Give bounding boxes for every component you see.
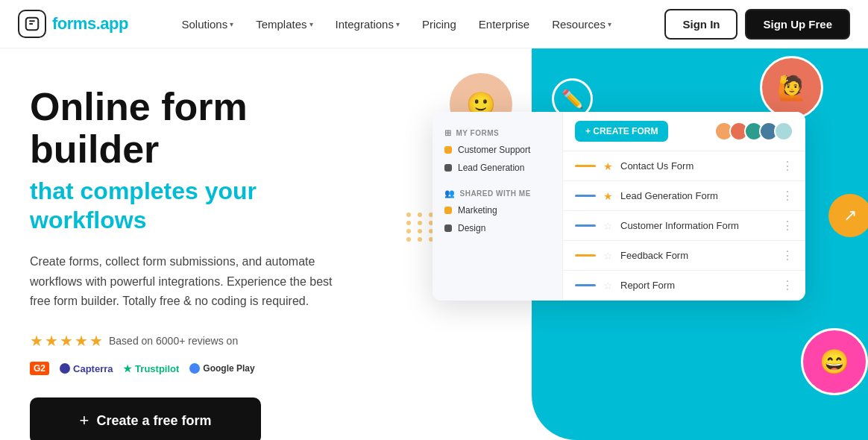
folder-dot xyxy=(444,207,452,214)
form-bar xyxy=(575,284,596,286)
chevron-down-icon: ▾ xyxy=(396,20,400,28)
hero-subheadline: that completes your workflows xyxy=(30,177,358,234)
hero-right: 🙂 🙋 😄 ✏️ ↗ ⊞ MY FORMS C xyxy=(388,48,868,440)
form-list-item-feedback[interactable]: ☆ Feedback Form ⋮ xyxy=(563,241,805,271)
create-form-button[interactable]: + Create a free form xyxy=(30,397,261,440)
star-3: ★ xyxy=(60,332,73,350)
form-panel: ⊞ MY FORMS Customer Support Lead Generat… xyxy=(433,112,805,301)
review-capterra: Capterra xyxy=(60,363,113,374)
signup-button[interactable]: Sign Up Free xyxy=(745,9,850,40)
star-1: ★ xyxy=(30,332,43,350)
star-5: ★ xyxy=(89,332,103,350)
hero-section: Online form builder that completes your … xyxy=(0,48,868,440)
form-list-item-report[interactable]: ☆ Report Form ⋮ xyxy=(563,271,805,301)
nav-integrations[interactable]: Integrations ▾ xyxy=(327,12,409,37)
shared-with-me-label: 👥 SHARED WITH ME xyxy=(433,184,562,201)
nav-enterprise[interactable]: Enterprise xyxy=(470,12,538,37)
chevron-down-icon: ▾ xyxy=(230,20,233,28)
navbar-actions: Sign In Sign Up Free xyxy=(664,9,850,40)
navbar-nav: Solutions ▾ Templates ▾ Integrations ▾ P… xyxy=(172,12,620,37)
person-avatar-3: 😄 xyxy=(801,328,868,395)
logo-text: forms.app xyxy=(52,14,128,34)
folder-dot xyxy=(444,224,452,232)
hero-description: Create forms, collect form submissions, … xyxy=(30,252,343,311)
form-bar xyxy=(575,224,596,227)
rating-row: ★ ★ ★ ★ ★ Based on 6000+ reviews on xyxy=(30,332,358,350)
logo-icon xyxy=(18,10,46,38)
form-bar xyxy=(575,165,596,167)
form-name: Contact Us Form xyxy=(620,160,781,172)
person-avatar-2: 🙋 xyxy=(760,56,823,119)
more-options-icon[interactable]: ⋮ xyxy=(781,189,793,203)
chevron-down-icon: ▾ xyxy=(309,20,313,28)
pencil-icon: ✏️ xyxy=(562,89,584,110)
hero-left: Online form builder that completes your … xyxy=(0,48,388,440)
star-icon: ★ xyxy=(603,190,613,202)
sidebar-marketing[interactable]: Marketing xyxy=(433,201,562,219)
folder-dot xyxy=(444,146,452,154)
avatar-5 xyxy=(774,122,793,141)
star-4: ★ xyxy=(75,332,88,350)
form-panel-main: + CREATE FORM ★ Contact Us Form ⋮ xyxy=(563,112,805,301)
create-form-panel-button[interactable]: + CREATE FORM xyxy=(575,121,668,142)
form-name: Lead Generation Form xyxy=(620,190,781,201)
more-options-icon[interactable]: ⋮ xyxy=(781,248,793,263)
form-name: Feedback Form xyxy=(620,250,781,261)
sidebar-lead-generation[interactable]: Lead Generation xyxy=(433,159,562,177)
review-trustpilot: ★ Trustpilot xyxy=(123,363,179,374)
form-panel-sidebar: ⊞ MY FORMS Customer Support Lead Generat… xyxy=(433,112,563,301)
form-name: Customer Information Form xyxy=(620,220,781,231)
form-bar xyxy=(575,254,596,257)
more-options-icon[interactable]: ⋮ xyxy=(781,159,793,173)
review-googleplay: Google Play xyxy=(189,363,254,374)
star-icon: ★ xyxy=(603,160,613,172)
nav-pricing[interactable]: Pricing xyxy=(413,12,465,37)
form-list-item-customer[interactable]: ☆ Customer Information Form ⋮ xyxy=(563,211,805,241)
form-name: Report Form xyxy=(620,280,781,291)
nav-templates[interactable]: Templates ▾ xyxy=(247,12,321,37)
sidebar-design[interactable]: Design xyxy=(433,219,562,237)
svg-point-1 xyxy=(60,363,70,374)
nav-resources[interactable]: Resources ▾ xyxy=(543,12,620,37)
more-options-icon[interactable]: ⋮ xyxy=(781,219,793,233)
star-rating: ★ ★ ★ ★ ★ xyxy=(30,332,103,350)
my-forms-label: ⊞ MY FORMS xyxy=(433,124,562,141)
form-panel-header: + CREATE FORM xyxy=(563,112,805,151)
plus-icon: + xyxy=(80,411,89,430)
sidebar-customer-support[interactable]: Customer Support xyxy=(433,141,562,159)
share-icon: ↗ xyxy=(843,206,857,225)
form-bar xyxy=(575,195,596,197)
more-options-icon[interactable]: ⋮ xyxy=(781,278,793,292)
form-list-item-lead[interactable]: ★ Lead Generation Form ⋮ xyxy=(563,181,805,211)
avatar-group xyxy=(714,122,793,141)
form-list-item-contact[interactable]: ★ Contact Us Form ⋮ xyxy=(563,151,805,181)
review-g2: G2 xyxy=(30,362,49,375)
create-form-label: Create a free form xyxy=(96,413,211,429)
nav-solutions[interactable]: Solutions ▾ xyxy=(172,12,242,37)
star-icon: ☆ xyxy=(603,280,613,292)
rating-text: Based on 6000+ reviews on xyxy=(109,335,238,347)
logo[interactable]: forms.app xyxy=(18,10,128,38)
signin-button[interactable]: Sign In xyxy=(664,9,738,40)
chevron-down-icon: ▾ xyxy=(608,20,611,28)
svg-point-2 xyxy=(189,363,200,374)
navbar: forms.app Solutions ▾ Templates ▾ Integr… xyxy=(0,0,868,48)
hero-headline: Online form builder xyxy=(30,86,358,171)
folder-dot xyxy=(444,164,452,172)
review-logos: G2 Capterra ★ Trustpilot Google Play xyxy=(30,362,358,375)
star-2: ★ xyxy=(45,332,58,350)
star-icon: ☆ xyxy=(603,220,613,232)
share-icon-circle: ↗ xyxy=(828,194,868,237)
star-icon: ☆ xyxy=(603,250,613,262)
